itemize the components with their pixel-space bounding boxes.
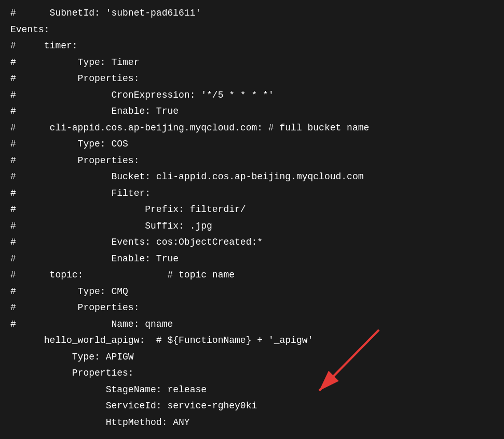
code-line: hello_world_apigw: # ${FunctionName} + '… [10,332,494,349]
code-viewer: # SubnetId: 'subnet-pad6l61i'Events:# ti… [0,0,504,439]
code-line: # Type: CMQ [10,284,494,300]
code-line: # Name: qname [10,316,494,333]
code-line: # Enable: True [10,251,494,268]
code-line: # Suffix: .jpg [10,218,494,235]
code-content: # SubnetId: 'subnet-pad6l61i'Events:# ti… [10,5,494,431]
code-line: # Filter: [10,185,494,202]
code-line: HttpMethod: ANY [10,415,494,431]
code-line: # topic: # topic name [10,267,494,284]
code-line: # SubnetId: 'subnet-pad6l61i' [10,5,494,22]
code-line: Events: [10,22,494,38]
code-line: StageName: release [10,382,494,398]
code-line: # CronExpression: '*/5 * * * *' [10,87,494,104]
code-line: # Type: Timer [10,55,494,71]
code-line: # Properties: [10,71,494,87]
code-line: # Enable: True [10,103,494,120]
code-line: Properties: [10,365,494,382]
code-line: # Bucket: cli-appid.cos.ap-beijing.myqcl… [10,169,494,185]
code-line: # cli-appid.cos.ap-beijing.myqcloud.com:… [10,120,494,137]
code-line: # timer: [10,38,494,55]
code-line: # Properties: [10,300,494,316]
code-line: # Events: cos:ObjectCreated:* [10,234,494,251]
code-line: # Prefix: filterdir/ [10,202,494,218]
code-line: # Type: COS [10,136,494,153]
code-line: Type: APIGW [10,349,494,366]
code-line: ServiceId: service-rghey0ki [10,398,494,415]
code-line: # Properties: [10,153,494,169]
